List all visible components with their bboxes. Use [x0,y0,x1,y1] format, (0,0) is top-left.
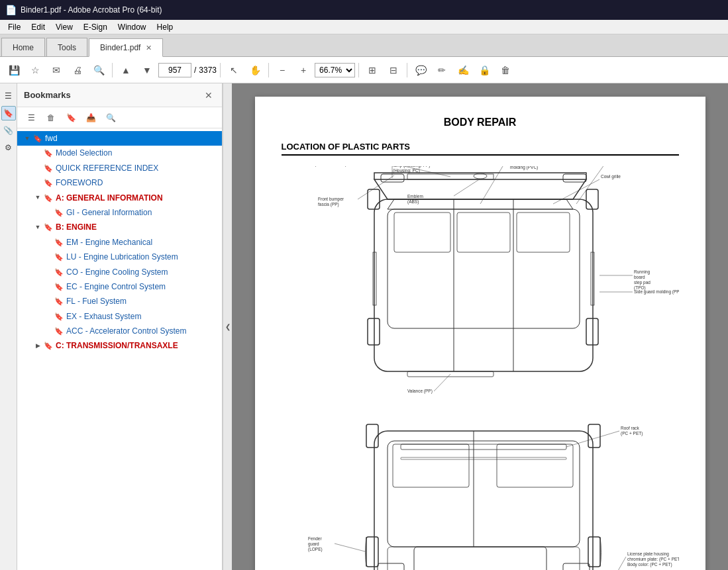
bookmark-engine-section[interactable]: ▼ 🔖 B: ENGINE [17,220,222,234]
svg-rect-6 [586,189,598,209]
prev-page-button[interactable]: ▲ [116,61,136,79]
stamp-button[interactable]: 🔒 [474,61,494,79]
bookmark-em[interactable]: 🔖 EM - Engine Mechanical [17,235,222,250]
svg-line-36 [454,179,480,196]
menu-edit[interactable]: Edit [26,21,50,33]
suv-front-view: Front combination lamp (Housing: PP) (Ho… [315,166,679,394]
sidebar-title: Bookmarks [24,90,71,100]
expand-em-icon [44,237,53,248]
menu-help[interactable]: Help [152,21,179,33]
expand-engine-icon[interactable]: ▼ [33,222,42,232]
zoom-in-button[interactable]: + [293,61,313,79]
page-input-group: / 3373 [158,63,217,77]
svg-rect-58 [366,537,378,567]
svg-text:(ABS): (ABS) [407,199,419,205]
bookmark-foreword[interactable]: 🔖 FOREWORD [17,175,222,190]
svg-rect-7 [368,318,380,345]
title-bar: 📄 Binder1.pdf - Adobe Acrobat Pro (64-bi… [0,0,728,20]
print-button[interactable]: 🖨 [68,61,87,79]
delete-button[interactable]: 🗑 [495,61,515,79]
tab-tools[interactable]: Tools [46,38,87,56]
menu-window[interactable]: Window [113,21,152,33]
bookmark-quick-ref[interactable]: 🔖 QUICK REFERENCE INDEX [17,161,222,175]
sidebar-panel: Bookmarks ✕ ☰ 🗑 🔖 📥 🔍 ▼ 🔖 fwd 🔖 Model Se… [17,83,223,570]
bookmark-search-button[interactable]: 🔍 [102,110,119,126]
svg-rect-13 [517,213,570,252]
svg-text:board: board [634,275,645,279]
svg-rect-12 [457,213,510,252]
app-icon: 📄 [5,5,17,15]
expand-fwd-icon[interactable]: ▼ [23,133,32,144]
svg-rect-52 [388,441,580,547]
save-button[interactable]: 💾 [4,61,24,79]
rear-car-group: License plate housing chromium plate: (P… [301,424,679,570]
svg-text:License plate housing: License plate housing [627,551,669,557]
left-icon-panel: ☰ 🔖 📎 ⚙ [0,83,17,570]
svg-line-69 [613,557,626,570]
svg-text:molding (PVC): molding (PVC) [510,166,538,170]
bookmark-import-button[interactable]: 📥 [82,110,99,126]
svg-text:(PC + PET): (PC + PET) [621,431,643,436]
bookmark-new-button[interactable]: 🔖 [62,110,79,126]
menu-view[interactable]: View [50,21,78,33]
bookmark-gi-label: GI - General Information [66,207,152,218]
bookmark-transmission-section[interactable]: ▶ 🔖 C: TRANSMISSION/TRANSAXLE [17,338,222,353]
svg-rect-1 [388,209,580,328]
bookmark-fwd-label: fwd [45,133,58,144]
bookmark-engine-label: B: ENGINE [56,222,97,232]
bookmark-gi[interactable]: 🔖 GI - General Information [17,205,222,220]
sidebar-tools: ☰ 🗑 🔖 📥 🔍 [17,107,222,128]
zoom-out-button[interactable]: − [272,61,292,79]
bookmark-button[interactable]: ☆ [25,61,45,79]
left-panel-page-icon[interactable]: ☰ [1,89,16,103]
comment-button[interactable]: 💬 [411,61,431,79]
tab-binder1[interactable]: Binder1.pdf ✕ [89,38,163,57]
menu-file[interactable]: File [3,21,26,33]
view-button[interactable]: ⊟ [384,61,403,79]
bookmark-quick-icon: 🔖 [44,164,53,173]
expand-co-icon [44,267,53,277]
expand-gi-icon [44,207,53,218]
email-button[interactable]: ✉ [46,61,66,79]
bookmark-fwd[interactable]: ▼ 🔖 fwd [17,131,222,146]
expand-transmission-icon[interactable]: ▶ [33,340,42,351]
next-page-button[interactable]: ▼ [137,61,157,79]
bookmark-ex-icon: 🔖 [54,312,64,322]
bookmark-delete-button[interactable]: 🗑 [42,110,60,126]
zoom-select[interactable]: 25% 50% 66.7% 75% 100% 125% 150% 200% [315,63,355,77]
hand-tool-button[interactable]: ✋ [245,61,265,79]
page-input[interactable] [158,63,191,77]
pen-button[interactable]: ✏ [432,61,452,79]
menu-bar: File Edit View E-Sign Window Help [0,20,728,34]
svg-text:chromium plate: (PC + PET): chromium plate: (PC + PET) [627,557,679,562]
bookmark-general-info-section[interactable]: ▼ 🔖 A: GENERAL INFORMATION [17,191,222,205]
svg-text:(PC/ABS + ASA): (PC/ABS + ASA) [315,166,346,167]
fit-page-button[interactable]: ⊞ [362,61,382,79]
bookmark-model-selection[interactable]: 🔖 Model Selection [17,146,222,160]
bookmark-ec-icon: 🔖 [54,282,64,292]
bookmark-gi-icon: 🔖 [54,208,64,218]
total-pages: 3373 [199,66,217,75]
bookmark-ex[interactable]: 🔖 EX - Exhaust System [17,309,222,324]
bookmark-fl[interactable]: 🔖 FL - Fuel System [17,294,222,309]
select-tool-button[interactable]: ↖ [224,61,244,79]
bookmark-acc[interactable]: 🔖 ACC - Accelerator Control System [17,324,222,338]
left-panel-settings-icon[interactable]: ⚙ [1,140,16,155]
sidebar-close-button[interactable]: ✕ [202,89,215,102]
bookmark-lu[interactable]: 🔖 LU - Engine Lubrication System [17,250,222,264]
bookmark-co[interactable]: 🔖 CO - Engine Cooling System [17,265,222,279]
expand-general-icon[interactable]: ▼ [33,193,42,203]
tab-home[interactable]: Home [1,38,45,56]
left-panel-attach-icon[interactable]: 📎 [1,123,16,138]
left-panel-bookmark-icon[interactable]: 🔖 [1,106,16,120]
sign-button[interactable]: ✍ [453,61,473,79]
zoom-out-small-button[interactable]: 🔍 [89,61,109,79]
menu-esign[interactable]: E-Sign [78,21,113,33]
tab-close-icon[interactable]: ✕ [146,44,152,52]
bookmark-ec[interactable]: 🔖 EC - Engine Control System [17,279,222,294]
svg-rect-62 [401,444,566,450]
svg-rect-60 [366,424,378,448]
bookmark-fwd-icon: 🔖 [33,134,42,144]
bookmark-list-view-button[interactable]: ☰ [23,110,40,126]
sidebar-collapse-button[interactable]: ❮ [223,83,232,570]
